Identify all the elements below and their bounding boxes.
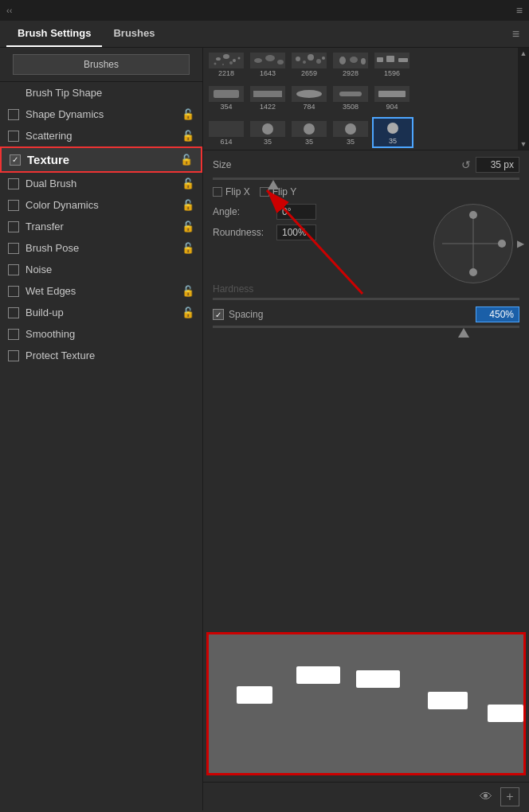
settings-combined: Angle: 0° Roundness: 100% bbox=[213, 204, 519, 283]
tab-menu-icon[interactable]: ≡ bbox=[509, 24, 523, 45]
brush-thumb-35-b[interactable]: 35 bbox=[289, 119, 329, 148]
left-panel: Brushes Brush Tip Shape Shape Dynamics 🔓… bbox=[0, 48, 203, 810]
svg-point-21 bbox=[361, 58, 366, 64]
tab-brush-settings[interactable]: Brush Settings bbox=[6, 21, 102, 47]
dual-brush-checkbox[interactable] bbox=[8, 178, 19, 189]
flip-x-checkbox[interactable] bbox=[213, 187, 222, 197]
brush-thumb-35-c[interactable]: 35 bbox=[331, 119, 370, 148]
angle-diagram-wrapper: ▶ bbox=[433, 204, 513, 283]
menu-icon[interactable]: ≡ bbox=[516, 4, 523, 17]
back-icon[interactable]: ‹‹ bbox=[6, 6, 12, 15]
panel-item-noise[interactable]: Noise bbox=[0, 259, 202, 280]
brush-thumb-784[interactable]: 784 bbox=[289, 84, 329, 113]
nav-arrows[interactable]: ‹‹ bbox=[6, 6, 12, 15]
spacing-slider-track[interactable] bbox=[213, 326, 519, 328]
brush-pose-label: Brush Pose bbox=[25, 242, 178, 254]
color-dynamics-checkbox[interactable] bbox=[8, 200, 19, 211]
svg-point-9 bbox=[254, 58, 262, 63]
panel-item-buildup[interactable]: Build-up 🔓 bbox=[0, 302, 202, 323]
spacing-slider[interactable] bbox=[213, 326, 519, 328]
brush-thumb-1643[interactable]: 1643 bbox=[248, 50, 288, 80]
svg-point-31 bbox=[296, 90, 322, 98]
texture-label: Texture bbox=[27, 153, 177, 166]
brush-thumbnails: 2218 1643 2659 2928 bbox=[203, 48, 518, 150]
brush-thumb-354[interactable]: 354 bbox=[206, 84, 246, 113]
size-slider-track[interactable] bbox=[213, 178, 519, 180]
brush-thumb-35-selected[interactable]: 35 bbox=[372, 117, 413, 148]
shape-dynamics-checkbox[interactable] bbox=[8, 109, 19, 120]
roundness-value[interactable]: 100% bbox=[276, 224, 316, 240]
angle-handle-right[interactable] bbox=[498, 240, 506, 248]
brush-thumb-904[interactable]: 904 bbox=[372, 84, 412, 113]
diagram-arrow-right: ▶ bbox=[517, 238, 524, 249]
grid-scrollbar[interactable]: ▲ ▼ bbox=[518, 48, 529, 150]
panel-item-protect-texture[interactable]: Protect Texture bbox=[0, 345, 202, 366]
size-reset-button[interactable]: ↺ bbox=[461, 158, 471, 171]
smoothing-checkbox[interactable] bbox=[8, 329, 19, 340]
brushes-button[interactable]: Brushes bbox=[13, 54, 190, 75]
brush-thumb-2659[interactable]: 2659 bbox=[289, 50, 329, 80]
hardness-slider-track[interactable] bbox=[213, 298, 519, 300]
panel-item-transfer[interactable]: Transfer 🔓 bbox=[0, 216, 202, 237]
size-slider-handle[interactable] bbox=[268, 180, 279, 189]
angle-handle-bottom[interactable] bbox=[469, 268, 477, 276]
svg-rect-27 bbox=[214, 90, 239, 98]
panel-item-scattering[interactable]: Scattering 🔓 bbox=[0, 125, 202, 146]
noise-label: Noise bbox=[25, 264, 194, 275]
angle-diagram[interactable] bbox=[433, 204, 513, 283]
panel-item-shape-dynamics[interactable]: Shape Dynamics 🔓 bbox=[0, 103, 202, 125]
angle-label: Angle: bbox=[213, 206, 276, 217]
svg-rect-35 bbox=[378, 91, 406, 97]
svg-point-19 bbox=[339, 57, 346, 64]
transfer-checkbox[interactable] bbox=[8, 221, 19, 232]
svg-point-15 bbox=[308, 54, 314, 61]
flip-x-item[interactable]: Flip X bbox=[213, 186, 250, 197]
spacing-slider-handle[interactable] bbox=[458, 328, 469, 338]
panel-item-dual-brush[interactable]: Dual Brush 🔓 bbox=[0, 173, 202, 194]
brush-thumb-1422[interactable]: 1422 bbox=[248, 84, 288, 113]
scattering-checkbox[interactable] bbox=[8, 131, 19, 142]
hardness-slider[interactable] bbox=[213, 298, 519, 300]
brush-label-1422: 1422 bbox=[260, 103, 276, 111]
panel-item-brush-pose[interactable]: Brush Pose 🔓 bbox=[0, 237, 202, 259]
brush-thumb-3508[interactable]: 3508 bbox=[331, 84, 370, 113]
protect-texture-checkbox[interactable] bbox=[8, 350, 19, 361]
eye-icon[interactable]: 👁 bbox=[480, 790, 492, 804]
noise-checkbox[interactable] bbox=[8, 264, 19, 275]
dual-brush-label: Dual Brush bbox=[25, 178, 178, 189]
panel-item-brush-tip-shape[interactable]: Brush Tip Shape bbox=[0, 82, 202, 103]
panel-item-color-dynamics[interactable]: Color Dynamics 🔓 bbox=[0, 194, 202, 216]
wet-edges-checkbox[interactable] bbox=[8, 286, 19, 297]
dual-brush-lock: 🔓 bbox=[182, 178, 194, 189]
add-button[interactable]: + bbox=[500, 787, 519, 806]
size-value[interactable]: 35 px bbox=[476, 157, 519, 173]
svg-point-41 bbox=[304, 123, 315, 135]
panel-item-texture[interactable]: ✓ Texture 🔓 bbox=[0, 146, 202, 173]
svg-point-11 bbox=[277, 60, 284, 64]
buildup-checkbox[interactable] bbox=[8, 307, 19, 318]
brush-thumb-2928[interactable]: 2928 bbox=[331, 50, 370, 80]
spacing-checkbox[interactable]: ✓ bbox=[213, 309, 224, 320]
brush-pose-checkbox[interactable] bbox=[8, 243, 19, 254]
size-slider[interactable] bbox=[213, 178, 519, 180]
roundness-label: Roundness: bbox=[213, 227, 276, 238]
panel-item-wet-edges[interactable]: Wet Edges 🔓 bbox=[0, 280, 202, 302]
transfer-label: Transfer bbox=[25, 221, 178, 232]
settings-area: Size ↺ 35 px Flip X bbox=[203, 150, 529, 626]
tabs: Brush Settings Brushes bbox=[6, 21, 167, 47]
brush-thumb-614[interactable]: 614 bbox=[206, 119, 246, 148]
brush-thumb-2218[interactable]: 2218 bbox=[206, 50, 246, 80]
brush-pose-lock: 🔓 bbox=[182, 242, 194, 254]
brush-thumb-35-a[interactable]: 35 bbox=[248, 119, 288, 148]
brush-thumb-1596[interactable]: 1596 bbox=[372, 50, 412, 80]
spacing-value[interactable]: 450% bbox=[476, 306, 519, 322]
angle-value[interactable]: 0° bbox=[276, 204, 316, 220]
protect-texture-label: Protect Texture bbox=[25, 349, 194, 361]
svg-rect-29 bbox=[253, 91, 282, 97]
scroll-down-arrow[interactable]: ▼ bbox=[520, 140, 527, 148]
panel-item-smoothing[interactable]: Smoothing bbox=[0, 323, 202, 345]
texture-checkbox[interactable]: ✓ bbox=[10, 154, 21, 166]
angle-handle-top[interactable] bbox=[469, 211, 477, 219]
scroll-up-arrow[interactable]: ▲ bbox=[520, 49, 527, 57]
tab-brushes[interactable]: Brushes bbox=[102, 21, 166, 47]
